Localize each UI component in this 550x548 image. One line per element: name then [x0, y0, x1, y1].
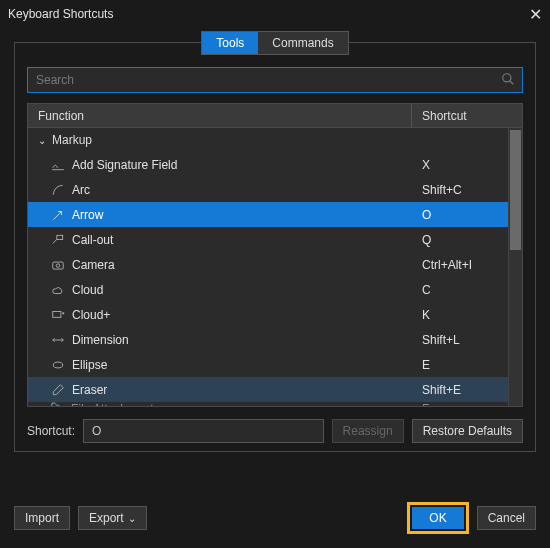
svg-line-3 [53, 211, 61, 219]
row-label: Call-out [72, 233, 113, 247]
row-label: Add Signature Field [72, 158, 177, 172]
chevron-down-icon: ⌄ [38, 135, 46, 146]
arc-icon [50, 182, 66, 198]
row-label: Dimension [72, 333, 129, 347]
row-shortcut: O [412, 208, 508, 222]
row-shortcut: Q [412, 233, 508, 247]
row-shortcut: Shift+L [412, 333, 508, 347]
row-arc[interactable]: Arc Shift+C [28, 177, 508, 202]
row-label: Arc [72, 183, 90, 197]
group-markup[interactable]: ⌄ Markup [28, 128, 508, 152]
shortcuts-panel: Tools Commands Function Shortcut ⌄ Marku… [14, 42, 536, 452]
callout-icon [50, 232, 66, 248]
row-shortcut: Shift+E [412, 383, 508, 397]
ok-button[interactable]: OK [412, 507, 463, 529]
signature-icon [50, 157, 66, 173]
arrow-icon [50, 207, 66, 223]
row-cloud[interactable]: Cloud C [28, 277, 508, 302]
export-label: Export [89, 511, 124, 525]
row-label: Cloud+ [72, 308, 110, 322]
shortcuts-table: Function Shortcut ⌄ Markup Add Signature… [27, 103, 523, 407]
eraser-icon [50, 382, 66, 398]
row-ellipse[interactable]: Ellipse E [28, 352, 508, 377]
row-eraser[interactable]: Eraser Shift+E [28, 377, 508, 402]
svg-line-5 [53, 239, 57, 243]
shortcut-input[interactable] [83, 419, 324, 443]
row-dimension[interactable]: Dimension Shift+L [28, 327, 508, 352]
reassign-button: Reassign [332, 419, 404, 443]
cloud-plus-icon [50, 307, 66, 323]
row-arrow[interactable]: Arrow O [28, 202, 508, 227]
shortcut-label: Shortcut: [27, 424, 75, 438]
tab-tools[interactable]: Tools [202, 32, 258, 54]
row-label: Eraser [72, 383, 107, 397]
scroll-thumb[interactable] [510, 130, 521, 250]
window-title: Keyboard Shortcuts [8, 7, 113, 21]
row-label: Cloud [72, 283, 103, 297]
row-shortcut: Ctrl+Alt+I [412, 258, 508, 272]
svg-rect-6 [53, 262, 64, 269]
import-button[interactable]: Import [14, 506, 70, 530]
row-label: Ellipse [72, 358, 107, 372]
row-camera[interactable]: Camera Ctrl+Alt+I [28, 252, 508, 277]
cancel-button[interactable]: Cancel [477, 506, 536, 530]
header-function[interactable]: Function [28, 104, 412, 127]
search-icon [501, 72, 515, 89]
svg-rect-8 [53, 311, 61, 317]
row-shortcut: E [412, 358, 508, 372]
header-shortcut[interactable]: Shortcut [412, 104, 522, 127]
row-add-signature[interactable]: Add Signature Field X [28, 152, 508, 177]
row-partial[interactable]: 📎File Attachment F [28, 402, 508, 406]
export-button[interactable]: Export ⌄ [78, 506, 147, 530]
row-shortcut: X [412, 158, 508, 172]
close-icon[interactable]: ✕ [529, 5, 542, 24]
ellipse-icon [50, 357, 66, 373]
tab-strip: Tools Commands [27, 31, 523, 55]
tab-commands[interactable]: Commands [258, 32, 347, 54]
svg-line-1 [510, 81, 514, 85]
ok-highlight: OK [407, 502, 468, 534]
svg-point-7 [56, 263, 60, 267]
row-shortcut: K [412, 308, 508, 322]
row-label: Camera [72, 258, 115, 272]
svg-point-12 [53, 362, 62, 368]
cloud-icon [50, 282, 66, 298]
row-shortcut: Shift+C [412, 183, 508, 197]
chevron-down-icon: ⌄ [128, 513, 136, 524]
scrollbar[interactable] [508, 128, 522, 406]
search-input[interactable] [27, 67, 523, 93]
attachment-icon: 📎 [50, 402, 65, 406]
restore-defaults-button[interactable]: Restore Defaults [412, 419, 523, 443]
dimension-icon [50, 332, 66, 348]
svg-rect-4 [57, 235, 63, 239]
row-shortcut: C [412, 283, 508, 297]
svg-point-0 [503, 74, 511, 82]
row-label: Arrow [72, 208, 103, 222]
group-label: Markup [52, 133, 92, 147]
row-callout[interactable]: Call-out Q [28, 227, 508, 252]
camera-icon [50, 257, 66, 273]
row-cloud-plus[interactable]: Cloud+ K [28, 302, 508, 327]
